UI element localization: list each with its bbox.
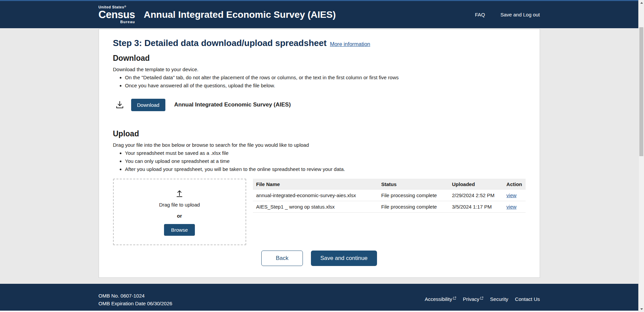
vertical-scrollbar[interactable] [638,0,644,312]
more-information-link[interactable]: More information [330,41,370,47]
upload-bullet: You can only upload one spreadsheet at a… [125,157,526,165]
scrollbar-thumb[interactable] [639,27,643,156]
status-cell: File processing complete [378,201,449,213]
file-name-cell: annual-integrated-economic-survey-aies.x… [253,190,378,201]
download-intro: Download the template to your device. [113,66,526,72]
privacy-link[interactable]: Privacy [463,296,483,302]
back-button[interactable]: Back [261,251,303,266]
save-and-continue-button[interactable]: Save and continue [311,251,377,266]
uploaded-cell: 2/29/2024 2:52 PM [448,190,503,201]
main-card: Step 3: Detailed data download/upload sp… [99,29,540,278]
uploaded-cell: 3/5/2024 1:17 PM [448,201,503,213]
status-cell: File processing complete [378,190,449,201]
scrollbar-down-button[interactable] [639,306,644,312]
step-title: Step 3: Detailed data download/upload sp… [113,38,327,48]
external-link-icon [480,297,483,300]
table-row: annual-integrated-economic-survey-aies.x… [253,190,526,201]
accessibility-link[interactable]: Accessibility [425,296,456,302]
upload-bullet-list: Your spreadsheet must be saved as a .xls… [125,149,526,174]
download-heading: Download [113,54,526,63]
dropzone-or-label: or [177,213,182,219]
external-link-icon [453,297,456,300]
logo-sub-text: Bureau [99,20,135,24]
faq-link[interactable]: FAQ [475,12,485,17]
column-header-action: Action [503,179,526,190]
column-header-status: Status [378,179,449,190]
column-header-uploaded: Uploaded [448,179,503,190]
contact-us-link[interactable]: Contact Us [515,296,540,302]
download-bullet-list: On the "Detailed data" tab, do not alter… [125,74,526,90]
download-button[interactable]: Download [131,99,166,111]
upload-bullet: Your spreadsheet must be saved as a .xls… [125,149,526,157]
download-bullet: On the "Detailed data" tab, do not alter… [125,74,526,82]
download-file-label: Annual Integrated Economic Survey (AIES) [174,101,291,108]
column-header-file-name: File Name [253,179,378,190]
upload-icon [174,188,184,200]
scrollbar-up-button[interactable] [639,0,644,6]
logo-main-text: Census [99,9,135,20]
uploaded-files-table: File Name Status Uploaded Action annual-… [253,179,526,213]
download-icon [115,100,124,109]
registered-mark: ® [124,5,126,8]
browse-button[interactable]: Browse [164,224,195,236]
page-bottom-edge [0,311,638,312]
file-dropzone[interactable]: Drag file to upload or Browse [113,179,246,245]
save-logout-link[interactable]: Save and Log out [500,12,540,17]
file-name-cell: AIES_Step1 _ wrong op status.xlsx [253,201,378,213]
upload-heading: Upload [113,129,526,138]
view-file-link[interactable]: view [506,204,517,210]
census-logo[interactable]: United States® Census Bureau [99,5,135,24]
dropzone-label: Drag file to upload [159,202,200,208]
table-row: AIES_Step1 _ wrong op status.xlsx File p… [253,201,526,213]
view-file-link[interactable]: view [506,192,517,198]
footer-bar: OMB No. 0607-1024 OMB Expiration Date 06… [0,284,638,311]
omb-expiration: OMB Expiration Date 06/30/2026 [99,300,172,307]
header-bar: United States® Census Bureau Annual Inte… [0,0,638,28]
security-link[interactable]: Security [490,296,508,302]
table-header-row: File Name Status Uploaded Action [253,179,526,190]
page-title: Annual Integrated Economic Survey (AIES) [144,9,336,20]
upload-bullet: After you upload your spreadsheet, you w… [125,165,526,173]
header-nav: FAQ Save and Log out [475,12,540,17]
upload-intro: Drag your file into the box below or bro… [113,142,526,148]
footer-nav: Accessibility Privacy Security [425,293,540,302]
download-bullet: Once you have answered all of the questi… [125,82,526,90]
omb-number: OMB No. 0607-1024 [99,292,172,300]
